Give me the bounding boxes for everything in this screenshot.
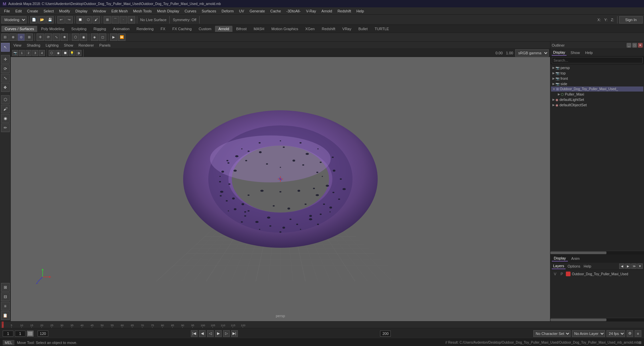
outliner-tab-show[interactable]: Show xyxy=(569,50,581,55)
vp-menu-panels[interactable]: Panels xyxy=(98,43,112,48)
menu-display[interactable]: Display xyxy=(73,8,90,14)
menu-uv[interactable]: UV xyxy=(236,8,247,14)
menu-modify[interactable]: Modify xyxy=(56,8,72,14)
menu-cache[interactable]: Cache xyxy=(268,8,284,14)
tree-item-top[interactable]: ▶ 📷 top xyxy=(551,70,643,76)
current-frame-input[interactable]: 1 xyxy=(15,331,25,337)
timeline[interactable]: 1 5 10 15 20 25 30 35 40 xyxy=(0,321,644,328)
wf-tab-rendering[interactable]: Rendering xyxy=(133,26,157,32)
save-scene-btn[interactable]: 💾 xyxy=(46,16,54,23)
layer-h-scroll-thumb[interactable] xyxy=(550,319,606,321)
outliner-maximize-btn[interactable]: □ xyxy=(632,43,637,48)
layer-subtab-help[interactable]: Help xyxy=(582,264,593,269)
tree-item-front[interactable]: ▶ 📷 front xyxy=(551,76,643,81)
rotate-icon[interactable]: ⟳ xyxy=(45,34,52,41)
tree-item-objectset[interactable]: ▶ ◉ defaultObjectSet xyxy=(551,102,643,108)
wf-tab-poly[interactable]: Poly Modeling xyxy=(38,26,67,32)
wf-tab-xgen[interactable]: XGen xyxy=(302,26,318,32)
menu-deform[interactable]: Deform xyxy=(219,8,236,14)
display-layer-icon[interactable]: ⊞ xyxy=(1,283,10,292)
wf-tab-redshift[interactable]: Redshift xyxy=(318,26,338,32)
snap-to-grid-icon[interactable]: ⊟ xyxy=(1,34,9,41)
snap-surface-icon[interactable]: ⊙ xyxy=(17,34,25,41)
tree-item-puller[interactable]: ▶ ⬡ Puller_Maxi xyxy=(551,92,643,97)
wf-tab-vray[interactable]: VRay xyxy=(339,26,355,32)
shadow-btn[interactable]: ◑ xyxy=(75,50,82,56)
outliner-tab-help[interactable]: Help xyxy=(584,50,594,55)
layer-options-btn[interactable]: ▼ xyxy=(637,264,643,269)
layer-subtab-layers[interactable]: Layers xyxy=(552,263,566,269)
smooth-shade-btn[interactable]: ◉ xyxy=(55,50,61,56)
menu-arnold[interactable]: Arnold xyxy=(319,8,335,14)
go-end-btn[interactable]: ▶| xyxy=(231,330,238,337)
open-scene-btn[interactable]: 📂 xyxy=(38,16,46,23)
outliner-search-input[interactable] xyxy=(552,57,643,63)
render-layer-icon[interactable]: ⊟ xyxy=(1,292,10,301)
wf-tab-fx[interactable]: FX xyxy=(157,26,169,32)
outliner-h-scrollbar[interactable] xyxy=(550,251,644,254)
vp-menu-view[interactable]: View xyxy=(12,43,23,48)
tree-item-outdoor[interactable]: ▼ ⊞ Outdoor_Dog_Toy_Puller_Maxi_Used_ xyxy=(551,86,643,92)
display-quality-4[interactable]: 4 xyxy=(39,50,45,56)
layer-next-btn[interactable]: ▶ xyxy=(625,264,631,269)
display-quality-2[interactable]: 2 xyxy=(25,50,32,56)
end-frame-left-input[interactable]: 120 xyxy=(38,331,48,337)
outliner-minimize-btn[interactable]: _ xyxy=(627,43,631,48)
menu-select[interactable]: Select xyxy=(41,8,57,14)
camera-icon[interactable]: 📷 xyxy=(12,50,18,56)
playback-settings-btn[interactable]: ⚙ xyxy=(627,330,633,337)
layer-menu-btn[interactable]: ≫ xyxy=(631,264,637,269)
character-set-selector[interactable]: No Character Set xyxy=(533,330,571,337)
menu-mesh-display[interactable]: Mesh Display xyxy=(154,8,182,14)
pencil-tool[interactable]: ✏ xyxy=(1,123,10,132)
sign-in-btn[interactable]: Sign In xyxy=(619,16,643,23)
layer-prev-btn[interactable]: ◀ xyxy=(619,264,625,269)
wf-tab-curves[interactable]: Curves / Surfaces xyxy=(1,26,37,32)
menu-edit-mesh[interactable]: Edit Mesh xyxy=(109,8,130,14)
wf-tab-fx-caching[interactable]: FX Caching xyxy=(169,26,195,32)
wf-tab-mash[interactable]: MASH xyxy=(250,26,268,32)
universal-tool[interactable]: ❖ xyxy=(1,83,10,92)
new-scene-btn[interactable]: 📄 xyxy=(30,16,38,23)
snap-curve-btn[interactable]: ⌒ xyxy=(112,16,119,23)
menu-generate[interactable]: Generate xyxy=(247,8,268,14)
menu-create[interactable]: Create xyxy=(24,8,41,14)
paint-btn[interactable]: 🖌 xyxy=(93,16,100,23)
vp-menu-shading[interactable]: Shading xyxy=(25,43,42,48)
play-fwd-btn[interactable]: ▶ xyxy=(215,330,222,337)
wf-tab-bifrost[interactable]: Bifrost xyxy=(233,26,250,32)
layer-h-scrollbar[interactable] xyxy=(550,318,644,321)
menu-surfaces[interactable]: Surfaces xyxy=(199,8,219,14)
prev-frame-btn[interactable]: ◀ xyxy=(199,330,206,337)
rotate-tool[interactable]: ⟳ xyxy=(1,64,10,73)
color-space-selector[interactable]: sRGB gamma xyxy=(515,49,549,57)
time-slider-btn[interactable]: ≡ xyxy=(635,330,641,337)
select-tool[interactable]: ↖ xyxy=(1,43,10,52)
wf-tab-turtle[interactable]: TURTLE xyxy=(371,26,392,32)
menu-file[interactable]: File xyxy=(1,8,13,14)
wf-tab-bullet[interactable]: Bullet xyxy=(355,26,371,32)
layer-subtab-options[interactable]: Options xyxy=(566,264,582,269)
layer-tab-display[interactable]: Display xyxy=(552,255,568,262)
menu-3dtool[interactable]: -3DtoAll- xyxy=(284,8,304,14)
menu-redshift[interactable]: Redshift xyxy=(335,8,354,14)
menu-window[interactable]: Window xyxy=(90,8,109,14)
vp-menu-renderer[interactable]: Renderer xyxy=(77,43,95,48)
move-tool[interactable]: ✛ xyxy=(1,55,10,64)
menu-edit[interactable]: Edit xyxy=(13,8,24,14)
snap-grid-btn[interactable]: ⊞ xyxy=(104,16,111,23)
scale-icon[interactable]: ⤡ xyxy=(53,34,60,41)
tree-item-persp[interactable]: ▶ 📷 persp xyxy=(551,65,643,70)
end-frame-right-input[interactable]: 200 xyxy=(380,331,391,337)
wf-tab-arnold[interactable]: Arnold xyxy=(215,26,232,32)
select-mode-btn[interactable]: 🔲 xyxy=(76,16,84,23)
soft-select-icon[interactable]: ◉ xyxy=(80,34,87,41)
snap-view-btn[interactable]: ◈ xyxy=(128,16,135,23)
snap-mode-icon[interactable]: ⊕ xyxy=(9,34,17,41)
snap-point-btn[interactable]: · xyxy=(120,16,127,23)
isolate-icon[interactable]: ◈ xyxy=(91,34,98,41)
menu-help[interactable]: Help xyxy=(354,8,367,14)
3d-viewport[interactable]: persp xyxy=(11,57,550,321)
lasso-tool[interactable]: ⬡ xyxy=(1,95,10,104)
wf-tab-rigging[interactable]: Rigging xyxy=(90,26,109,32)
